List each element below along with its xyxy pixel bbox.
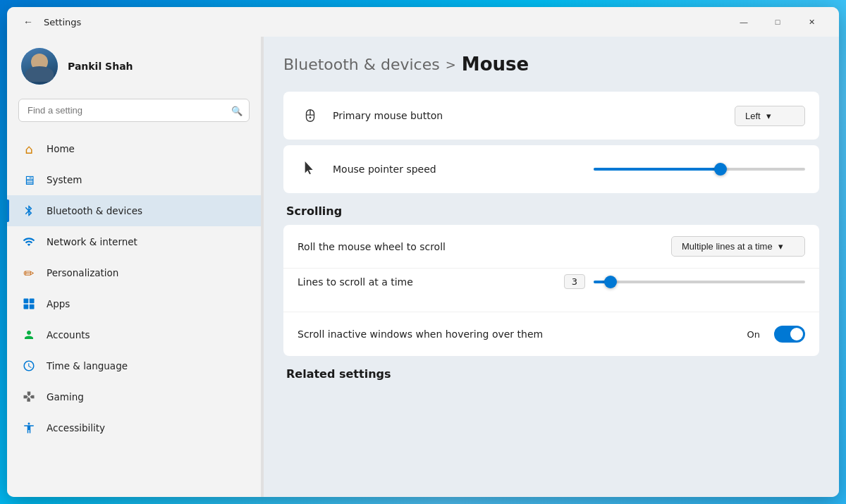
primary-mouse-dropdown[interactable]: Left ▾ xyxy=(735,106,805,126)
bluetooth-icon xyxy=(21,203,37,219)
primary-mouse-control: Left ▾ xyxy=(735,106,805,126)
window-controls: — □ ✕ xyxy=(728,11,828,33)
lines-slider-thumb xyxy=(604,276,617,288)
back-button[interactable]: ← xyxy=(18,12,38,32)
svg-rect-2 xyxy=(24,305,29,309)
sidebar-item-time[interactable]: Time & language xyxy=(7,350,261,381)
home-icon: ⌂ xyxy=(21,141,37,156)
scroll-inactive-label: Scroll inactive windows when hovering ov… xyxy=(298,328,747,340)
system-icon: 🖥 xyxy=(21,172,37,188)
window-title: Settings xyxy=(44,17,728,27)
lines-scroll-control: 3 xyxy=(564,274,805,289)
primary-mouse-card: Primary mouse button Left ▾ xyxy=(283,92,819,140)
sidebar-item-system[interactable]: 🖥 System xyxy=(7,164,261,195)
sidebar-item-network[interactable]: Network & internet xyxy=(7,226,261,257)
accounts-icon xyxy=(21,327,37,343)
sidebar-item-accounts[interactable]: Accounts xyxy=(7,319,261,350)
sidebar-item-home[interactable]: ⌂ Home xyxy=(7,133,261,164)
avatar-image xyxy=(21,48,58,85)
minimize-button[interactable]: — xyxy=(728,11,760,33)
scrolling-card: Roll the mouse wheel to scroll Multiple … xyxy=(283,225,819,356)
search-input[interactable] xyxy=(18,99,250,122)
sidebar-label-gaming: Gaming xyxy=(47,391,84,402)
sidebar-label-home: Home xyxy=(47,143,75,154)
titlebar: ← Settings — □ ✕ xyxy=(7,7,839,37)
mouse-icon xyxy=(298,103,323,128)
sidebar-label-network: Network & internet xyxy=(47,236,137,247)
search-box: 🔍 xyxy=(18,99,250,122)
svg-rect-1 xyxy=(30,299,35,304)
scrolling-section-title: Scrolling xyxy=(283,204,819,218)
svg-rect-0 xyxy=(24,299,29,304)
sidebar-label-accessibility: Accessibility xyxy=(47,422,105,434)
mouse-speed-card: Mouse pointer speed xyxy=(283,145,819,193)
settings-window: ← Settings — □ ✕ Pankil Shah 🔍 ⌂ xyxy=(7,7,839,497)
cursor-icon xyxy=(298,156,323,182)
primary-mouse-label: Primary mouse button xyxy=(333,110,735,121)
close-button[interactable]: ✕ xyxy=(795,11,828,33)
roll-wheel-chevron: ▾ xyxy=(778,241,783,252)
roll-wheel-value: Multiple lines at a time xyxy=(682,241,773,252)
roll-wheel-row: Roll the mouse wheel to scroll Multiple … xyxy=(283,225,819,269)
nav-list: ⌂ Home 🖥 System Bluetooth & devices xyxy=(7,130,261,497)
sidebar-item-apps[interactable]: Apps xyxy=(7,288,261,319)
breadcrumb: Bluetooth & devices > Mouse xyxy=(283,54,819,75)
scroll-inactive-control: On xyxy=(747,326,805,343)
personalization-icon: ✏️ xyxy=(21,265,37,281)
breadcrumb-separator: > xyxy=(446,57,456,72)
sidebar: Pankil Shah 🔍 ⌂ Home 🖥 System xyxy=(7,37,261,497)
main-content: Bluetooth & devices > Mouse Primary xyxy=(264,37,839,497)
lines-scroll-inner: Lines to scroll at a time 3 xyxy=(298,274,805,289)
apps-icon xyxy=(21,296,37,312)
primary-mouse-value: Left xyxy=(745,111,761,121)
breadcrumb-parent: Bluetooth & devices xyxy=(283,56,440,73)
time-icon xyxy=(21,358,37,374)
network-icon xyxy=(21,234,37,250)
avatar xyxy=(21,48,58,85)
sidebar-label-personalization: Personalization xyxy=(47,267,118,278)
mouse-speed-label: Mouse pointer speed xyxy=(333,164,594,175)
scroll-inactive-status: On xyxy=(747,329,760,340)
related-settings-title: Related settings xyxy=(283,367,819,381)
sidebar-label-time: Time & language xyxy=(47,360,128,371)
user-name: Pankil Shah xyxy=(68,61,133,72)
accessibility-icon xyxy=(21,420,37,436)
sidebar-label-accounts: Accounts xyxy=(47,329,90,340)
sidebar-item-personalization[interactable]: ✏️ Personalization xyxy=(7,257,261,288)
roll-wheel-label: Roll the mouse wheel to scroll xyxy=(298,241,671,252)
toggle-thumb xyxy=(790,328,803,340)
sidebar-label-apps: Apps xyxy=(47,298,70,309)
lines-scroll-label: Lines to scroll at a time xyxy=(298,276,564,288)
gaming-icon xyxy=(21,389,37,405)
breadcrumb-current: Mouse xyxy=(462,54,529,75)
roll-wheel-control: Multiple lines at a time ▾ xyxy=(671,236,805,257)
content-area: Pankil Shah 🔍 ⌂ Home 🖥 System xyxy=(7,37,839,497)
sidebar-item-bluetooth[interactable]: Bluetooth & devices xyxy=(7,195,261,226)
sidebar-item-gaming[interactable]: Gaming xyxy=(7,381,261,412)
dropdown-chevron: ▾ xyxy=(766,111,771,121)
scroll-inactive-toggle[interactable] xyxy=(774,326,805,343)
user-profile: Pankil Shah xyxy=(7,37,261,99)
maximize-button[interactable]: □ xyxy=(761,11,794,33)
mouse-speed-control xyxy=(594,168,805,171)
sidebar-label-bluetooth: Bluetooth & devices xyxy=(47,205,142,216)
search-icon: 🔍 xyxy=(231,105,243,116)
scroll-value-bubble: 3 xyxy=(564,274,585,289)
primary-mouse-row: Primary mouse button Left ▾ xyxy=(283,92,819,140)
sidebar-item-accessibility[interactable]: Accessibility xyxy=(7,412,261,443)
svg-point-7 xyxy=(309,116,312,118)
svg-rect-3 xyxy=(30,305,35,309)
roll-wheel-dropdown[interactable]: Multiple lines at a time ▾ xyxy=(671,236,805,257)
mouse-speed-row: Mouse pointer speed xyxy=(283,145,819,193)
lines-scroll-row: Lines to scroll at a time 3 xyxy=(283,269,819,312)
scroll-inactive-row: Scroll inactive windows when hovering ov… xyxy=(283,312,819,356)
sidebar-label-system: System xyxy=(47,174,82,185)
